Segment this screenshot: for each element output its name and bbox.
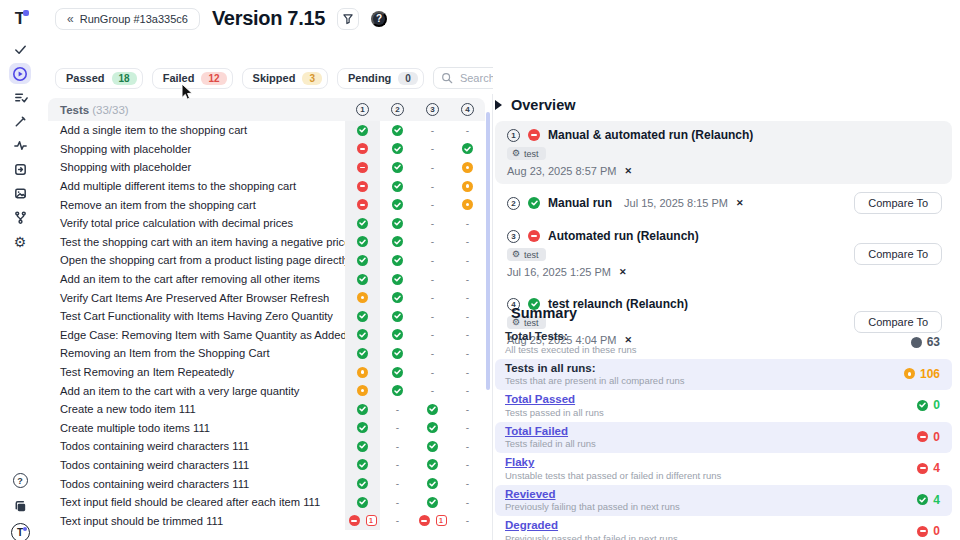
test-status-cell[interactable] [345, 251, 380, 270]
test-status-cell[interactable]: - [450, 218, 485, 229]
summary-link[interactable]: Revieved [505, 488, 680, 500]
filter-funnel-button[interactable] [337, 8, 359, 30]
test-status-cell[interactable]: 1 [415, 515, 450, 526]
test-status-cell[interactable] [380, 329, 415, 340]
filter-chip-failed[interactable]: Failed12 [152, 68, 233, 89]
run-item[interactable]: 2Manual runJul 15, 2025 8:15 PM✕Compare … [495, 189, 952, 217]
test-status-cell[interactable] [345, 158, 380, 177]
test-row[interactable]: Add an item to the cart after removing a… [48, 270, 485, 289]
test-status-cell[interactable] [345, 437, 380, 456]
test-status-cell[interactable] [380, 218, 415, 229]
test-row[interactable]: Removing an Item from the Shopping Cart-… [48, 344, 485, 363]
sidebar-item-branch[interactable] [9, 207, 31, 228]
test-status-cell[interactable]: - [450, 311, 485, 322]
test-status-cell[interactable]: - [380, 497, 415, 508]
test-status-cell[interactable]: - [450, 422, 485, 433]
summary-row[interactable]: RevievedPreviously failing that passed i… [495, 485, 952, 517]
test-status-cell[interactable]: - [415, 274, 450, 285]
test-status-cell[interactable]: - [380, 459, 415, 470]
test-status-cell[interactable]: - [415, 311, 450, 322]
summary-link[interactable]: Flaky [505, 456, 721, 468]
test-status-cell[interactable] [345, 419, 380, 438]
test-status-cell[interactable]: - [415, 329, 450, 340]
test-status-cell[interactable] [380, 255, 415, 266]
test-status-cell[interactable] [380, 311, 415, 322]
collapse-overview-icon[interactable] [495, 100, 502, 110]
test-status-cell[interactable]: - [450, 459, 485, 470]
test-status-cell[interactable]: - [380, 441, 415, 452]
summary-row[interactable]: Total PassedTests passed in all runs0 [495, 390, 952, 422]
test-status-cell[interactable]: - [450, 125, 485, 136]
test-status-cell[interactable] [345, 288, 380, 307]
test-status-cell[interactable] [380, 199, 415, 210]
test-status-cell[interactable] [415, 497, 450, 508]
sidebar-item-tests-check[interactable] [9, 39, 31, 60]
test-status-cell[interactable] [380, 274, 415, 285]
test-row[interactable]: Create multiple todo items 111-- [48, 419, 485, 438]
filter-chip-passed[interactable]: Passed18 [55, 68, 143, 89]
test-status-cell[interactable] [380, 181, 415, 192]
summary-row[interactable]: DegradedPreviously passed that failed in… [495, 516, 952, 540]
run-item[interactable]: 3Automated run (Relaunch)⚙testJul 16, 20… [495, 222, 952, 285]
test-status-cell[interactable]: - [415, 218, 450, 229]
test-status-cell[interactable] [345, 474, 380, 493]
test-row[interactable]: Test Cart Functionality with Items Havin… [48, 307, 485, 326]
test-row[interactable]: Add an item to the cart with a very larg… [48, 381, 485, 400]
sidebar-item-settings-gear[interactable]: ⚙ [9, 231, 31, 252]
test-row[interactable]: Remove an item from the shopping cart- [48, 195, 485, 214]
user-avatar[interactable]: T [9, 522, 31, 540]
test-row[interactable]: Add a single item to the shopping cart-- [48, 121, 485, 140]
test-status-cell[interactable] [415, 459, 450, 470]
test-status-cell[interactable] [450, 181, 485, 192]
test-status-cell[interactable] [345, 214, 380, 233]
test-status-cell[interactable] [345, 270, 380, 289]
test-status-cell[interactable] [380, 385, 415, 396]
test-status-cell[interactable] [450, 199, 485, 210]
test-row[interactable]: Verify Cart Items Are Preserved After Br… [48, 288, 485, 307]
test-status-cell[interactable]: - [450, 478, 485, 489]
test-status-cell[interactable]: - [380, 478, 415, 489]
test-status-cell[interactable]: - [450, 515, 485, 526]
test-status-cell[interactable] [345, 195, 380, 214]
test-status-cell[interactable]: - [415, 181, 450, 192]
test-status-cell[interactable]: - [415, 367, 450, 378]
filter-chip-skipped[interactable]: Skipped3 [242, 68, 328, 89]
test-status-cell[interactable]: - [415, 292, 450, 303]
test-row[interactable]: Test Removing an Item Repeatedly-- [48, 363, 485, 382]
test-status-cell[interactable]: 1 [345, 511, 380, 530]
test-status-cell[interactable] [345, 233, 380, 252]
help-button[interactable]: ? [371, 11, 387, 27]
test-status-cell[interactable]: - [415, 385, 450, 396]
test-status-cell[interactable] [345, 381, 380, 400]
test-status-cell[interactable]: - [450, 236, 485, 247]
test-status-cell[interactable] [380, 292, 415, 303]
test-row[interactable]: Todos containing weird characters 111-- [48, 437, 485, 456]
test-status-cell[interactable] [345, 344, 380, 363]
remove-run-icon[interactable]: ✕ [624, 166, 632, 176]
back-rungroup-button[interactable]: « RunGroup #13a335c6 [55, 8, 200, 30]
test-status-cell[interactable] [345, 363, 380, 382]
test-status-cell[interactable]: - [415, 143, 450, 154]
compare-to-button[interactable]: Compare To [854, 243, 942, 265]
test-status-cell[interactable]: - [450, 441, 485, 452]
compare-to-button[interactable]: Compare To [854, 192, 942, 214]
summary-row[interactable]: Total Tests:All tests executed in these … [495, 327, 952, 359]
test-row[interactable]: Test the shopping cart with an item havi… [48, 233, 485, 252]
help-nav-button[interactable]: ? [9, 470, 31, 491]
test-status-cell[interactable]: - [450, 367, 485, 378]
test-row[interactable]: Todos containing weird characters 111-- [48, 474, 485, 493]
test-row[interactable]: Text input field should be cleared after… [48, 493, 485, 512]
test-status-cell[interactable] [345, 400, 380, 419]
sidebar-item-checklist[interactable] [9, 87, 31, 108]
test-status-cell[interactable]: - [450, 274, 485, 285]
test-row[interactable]: Shopping with placeholder- [48, 158, 485, 177]
test-status-cell[interactable] [380, 367, 415, 378]
comment-badge-icon[interactable]: 1 [366, 515, 377, 526]
test-row[interactable]: Create a new todo item 111-- [48, 400, 485, 419]
test-status-cell[interactable]: - [415, 199, 450, 210]
test-status-cell[interactable] [415, 441, 450, 452]
test-status-cell[interactable]: - [450, 292, 485, 303]
test-status-cell[interactable]: - [450, 404, 485, 415]
run-column-header[interactable]: 3 [415, 103, 450, 116]
test-row[interactable]: Add multiple different items to the shop… [48, 177, 485, 196]
